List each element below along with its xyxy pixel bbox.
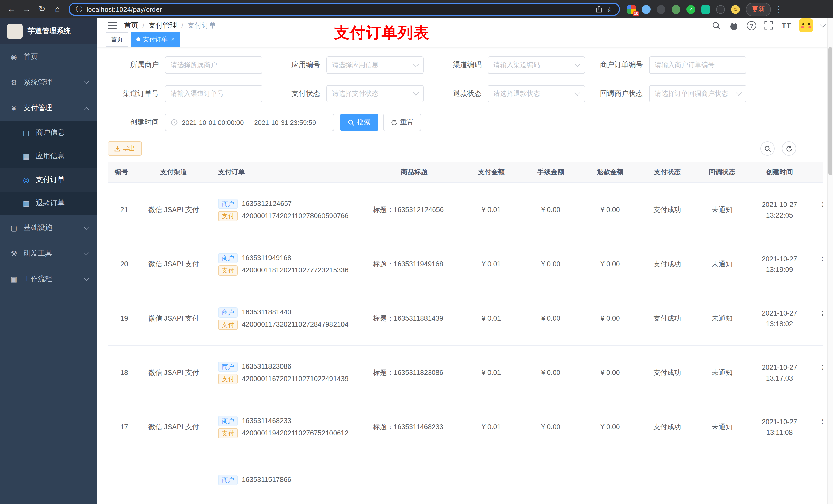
channel-code-select[interactable]: 请输入渠道编码	[488, 56, 585, 74]
breadcrumb-separator: /	[181, 21, 184, 29]
filter-merchant-order-no: 商户订单编号 请输入商户订单编号	[592, 56, 753, 74]
create-time: 2021-10-27 13:11:08	[749, 400, 809, 454]
fee-amount	[521, 454, 580, 504]
extension-badge: 10	[633, 11, 639, 16]
filter-channel-order-no: 渠道订单号 请输入渠道订单号	[108, 85, 269, 102]
font-size-icon[interactable]: TT	[782, 21, 791, 29]
refresh-table-icon[interactable]	[782, 141, 796, 156]
merchant-select[interactable]: 请选择所属商户	[165, 56, 262, 74]
page-scrollbar[interactable]	[827, 19, 833, 504]
extension-icon-8[interactable]: ☺	[731, 5, 740, 14]
order-id: 18	[108, 345, 135, 400]
create-time: 2021-10-27 13:22:05	[749, 183, 809, 237]
yen-icon: ¥	[9, 104, 19, 112]
tab-pay-order[interactable]: 支付订单 ×	[131, 32, 180, 47]
date-start[interactable]: 2021-10-01 00:00:00	[182, 119, 244, 126]
app-logo: 芋道管理系统	[0, 19, 97, 44]
sidebar-item-system[interactable]: ⚙ 系统管理	[0, 70, 97, 95]
sidebar-item-payment[interactable]: ¥ 支付管理	[0, 95, 97, 121]
browser-menu-icon[interactable]: ⋮	[772, 5, 786, 14]
pay-channel: 微信 JSAPI 支付	[135, 183, 212, 237]
fullscreen-icon[interactable]	[764, 20, 774, 30]
sidebar-item-pay-order[interactable]: ◎ 支付订单	[0, 168, 97, 192]
field-label: 退款状态	[430, 89, 488, 98]
browser-reload-button[interactable]: ↻	[35, 2, 49, 16]
extension-icon-7[interactable]	[716, 5, 725, 14]
reset-button[interactable]: 重置	[383, 114, 421, 131]
export-button[interactable]: 导出	[108, 141, 142, 156]
bookmark-star-icon[interactable]: ☆	[607, 5, 613, 13]
app-select[interactable]: 请选择应用信息	[326, 56, 424, 74]
chevron-down-icon	[574, 90, 580, 96]
notify-status: 未通知	[695, 183, 749, 237]
close-tab-icon[interactable]: ×	[171, 36, 175, 43]
refund-status-select[interactable]: 请选择退款状态	[488, 85, 585, 102]
extension-icon-5[interactable]: ✓	[687, 5, 695, 14]
browser-forward-button[interactable]: →	[20, 2, 34, 16]
table-row: 17 微信 JSAPI 支付 商户 1635311468233 支付	[108, 400, 823, 454]
github-icon[interactable]	[729, 20, 739, 30]
col-refund: 退款金额	[580, 162, 640, 183]
search-icon[interactable]	[711, 20, 721, 30]
share-icon[interactable]	[596, 6, 603, 13]
fee-amount: ¥ 0.00	[521, 237, 580, 291]
sidebar-item-merchant-info[interactable]: ▤ 商户信息	[0, 121, 97, 144]
sidebar-item-infra[interactable]: ▢ 基础设施	[0, 215, 97, 241]
sidebar: 芋道管理系统 ◉ 首页 ⚙ 系统管理 ¥ 支付管理 ▤ 商户信息	[0, 19, 97, 504]
browser-home-button[interactable]: ⌂	[50, 2, 65, 16]
payment-submenu: ▤ 商户信息 ▦ 应用信息 ◎ 支付订单 ▥ 退款订单	[0, 121, 97, 215]
filter-refund-status: 退款状态 请选择退款状态	[430, 85, 592, 102]
scrollbar-thumb[interactable]	[828, 47, 832, 175]
address-bar[interactable]: ⓘ localhost:1024/pay/order ☆	[69, 3, 620, 16]
avatar-dropdown-icon[interactable]	[820, 22, 826, 28]
table-row: 18 微信 JSAPI 支付 商户 1635311823086 支付	[108, 345, 823, 400]
browser-back-button[interactable]: ←	[4, 2, 19, 16]
merchant-no-badge: 商户	[218, 307, 238, 317]
browser-update-button[interactable]: 更新	[746, 2, 771, 16]
breadcrumb-home[interactable]: 首页	[124, 21, 138, 30]
sidebar-item-label: 商户信息	[36, 128, 65, 137]
product-title	[367, 454, 461, 504]
pay-amount: ¥ 0.01	[461, 183, 521, 237]
sidebar-item-home[interactable]: ◉ 首页	[0, 44, 97, 70]
breadcrumb-current: 支付订单	[188, 21, 216, 30]
sidebar-item-label: 系统管理	[24, 78, 52, 87]
extension-icon-4[interactable]	[672, 5, 680, 14]
hamburger-icon[interactable]	[108, 22, 117, 29]
tab-home[interactable]: 首页	[105, 32, 128, 47]
breadcrumb-payment[interactable]: 支付管理	[148, 21, 177, 30]
merchant-order-no: 1635311949168	[242, 254, 291, 262]
toggle-search-icon[interactable]	[760, 141, 775, 156]
extension-icon-2[interactable]	[642, 5, 651, 14]
search-button[interactable]: 搜索	[340, 114, 378, 131]
channel-transaction-no: 4200001167202110271022491439	[242, 375, 348, 383]
date-end[interactable]: 2021-10-31 23:59:59	[254, 119, 316, 126]
chevron-down-icon	[413, 90, 419, 96]
sidebar-item-workflow[interactable]: ▣ 工作流程	[0, 266, 97, 292]
sidebar-item-app-info[interactable]: ▦ 应用信息	[0, 144, 97, 168]
pay-time: 2021-10-27 13:11:15	[809, 400, 823, 454]
tab-label: 支付订单	[143, 35, 168, 44]
pay-amount: ¥ 0.01	[461, 400, 521, 454]
merchant-order-no: 1635311517866	[242, 476, 291, 483]
help-icon[interactable]: ?	[747, 21, 756, 30]
product-title: 标题：1635311468233	[367, 400, 461, 454]
merchant-order-no-input[interactable]: 请输入商户订单编号	[649, 56, 746, 74]
sidebar-item-devtools[interactable]: ⚒ 研发工具	[0, 241, 97, 266]
extension-icon-1[interactable]: 10	[627, 5, 636, 14]
order-id: 21	[108, 183, 135, 237]
extension-icon-3[interactable]	[657, 5, 665, 14]
chevron-down-icon	[84, 250, 89, 255]
site-info-icon[interactable]: ⓘ	[76, 5, 82, 14]
notify-status-select[interactable]: 请选择订单回调商户状态	[649, 85, 746, 102]
sidebar-item-refund-order[interactable]: ▥ 退款订单	[0, 192, 97, 215]
pay-status-select[interactable]: 请选择支付状态	[326, 85, 424, 102]
extension-icon-6[interactable]	[701, 5, 710, 14]
date-range-input[interactable]: 2021-10-01 00:00:00 - 2021-10-31 23:59:5…	[165, 114, 334, 131]
app-grid-icon: ▦	[22, 152, 31, 160]
page-title-annotation: 支付订单列表	[334, 23, 429, 44]
avatar[interactable]	[799, 19, 813, 32]
channel-order-no-input[interactable]: 请输入渠道订单号	[165, 85, 262, 102]
url-text[interactable]: localhost:1024/pay/order	[87, 5, 592, 13]
fee-amount: ¥ 0.00	[521, 400, 580, 454]
